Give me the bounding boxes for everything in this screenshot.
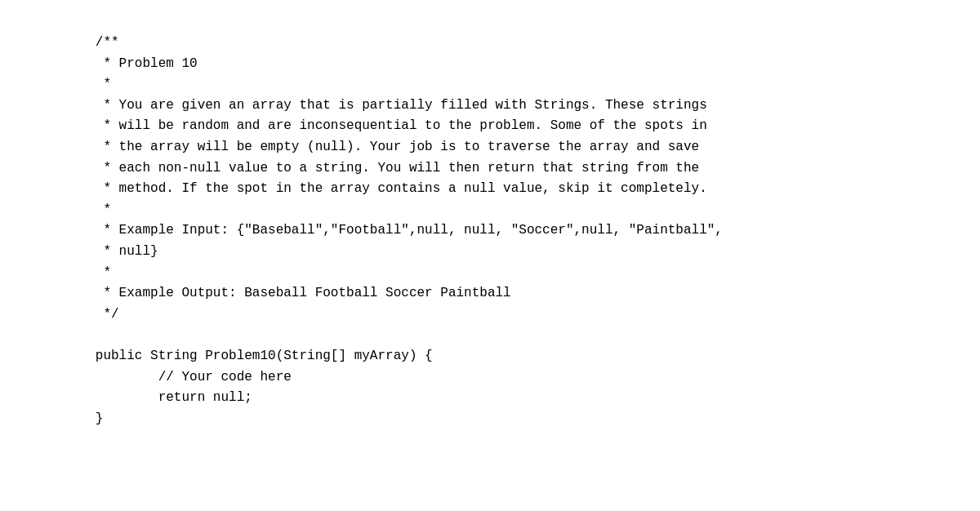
code-container: /** * Problem 10 * * You are given an ar… [0,16,980,511]
code-block: /** * Problem 10 * * You are given an ar… [33,33,947,429]
